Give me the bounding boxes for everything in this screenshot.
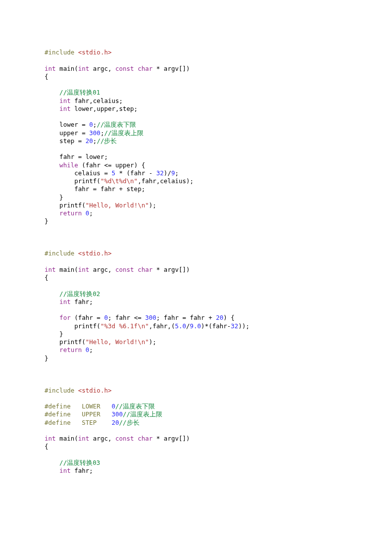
code-token: argc, [89, 65, 115, 72]
code-line: #include <stdio.h> [45, 250, 347, 257]
code-token: char [138, 435, 152, 442]
code-token: } [45, 194, 63, 201]
code-token: ; [89, 346, 93, 353]
code-token: #define STEP [45, 419, 111, 426]
code-line: int fahr; [45, 298, 347, 306]
code-token: ); [149, 338, 156, 346]
code-token: main( [56, 435, 78, 442]
code-token: ); [149, 202, 156, 209]
code-token: //温度表下限 [115, 403, 155, 410]
code-line [45, 258, 347, 266]
code-token: 300 [145, 314, 156, 321]
code-token: "Hello, World!\n" [86, 338, 149, 346]
code-line: } [45, 194, 347, 202]
code-line: fahr = fahr + step; [45, 185, 347, 193]
code-token: int [59, 105, 71, 112]
code-token: #include [45, 250, 78, 257]
code-token: int [78, 65, 90, 72]
code-token: const [115, 266, 134, 273]
code-token: //温度表上限 [104, 129, 144, 137]
code-token: int [59, 467, 71, 474]
code-token [45, 105, 59, 112]
code-token [45, 161, 59, 169]
code-token: "%3d %6.1f\n" [100, 322, 149, 330]
code-line: #define UPPER 300//温度表上限 [45, 410, 347, 418]
code-token: * argv[]) [152, 435, 190, 442]
code-token: argc, [89, 435, 115, 442]
code-token: #include [45, 49, 78, 56]
code-token: ,fahr,( [149, 322, 175, 330]
code-token: } [45, 217, 49, 225]
code-token [45, 290, 59, 298]
code-token [82, 346, 86, 353]
code-line [45, 81, 347, 89]
code-token: fahr; [71, 298, 93, 305]
code-token: step = [45, 137, 86, 145]
code-document: #include <stdio.h> int main(int argc, co… [0, 0, 392, 475]
code-token: celaius = [45, 169, 111, 177]
code-token: { [45, 274, 49, 281]
code-line [45, 113, 347, 121]
code-token: char [138, 266, 152, 273]
code-token: 0 [89, 121, 93, 128]
code-line [45, 56, 347, 64]
code-token: * argv[]) [152, 65, 190, 72]
code-line: #define LOWER 0//温度表下限 [45, 403, 347, 410]
code-line [45, 427, 347, 435]
code-token: //步长 [97, 137, 117, 145]
code-token: (fahr <= upper) { [78, 161, 145, 169]
code-token: printf( [45, 338, 86, 346]
code-token: //温度转换03 [59, 459, 100, 466]
code-line [45, 378, 347, 386]
code-token: 9.0 [190, 322, 201, 330]
code-line: } [45, 330, 347, 338]
code-token: 32 [231, 322, 238, 330]
code-token: printf( [45, 177, 100, 185]
code-token: argc, [89, 266, 115, 273]
code-token: <stdio.h> [78, 49, 112, 56]
code-token [45, 89, 59, 96]
code-token [45, 346, 59, 353]
code-token: //温度转换02 [59, 290, 100, 298]
code-token: (fahr = [71, 314, 104, 321]
code-token [45, 298, 59, 305]
code-token: main( [56, 65, 78, 72]
code-line [45, 362, 347, 370]
code-line: printf("%3d %6.1f\n",fahr,(5.0/9.0)*(fah… [45, 322, 347, 330]
code-token: 300 [89, 129, 100, 137]
code-line [45, 234, 347, 242]
code-token: #define LOWER [45, 403, 111, 410]
code-token: 300 [111, 410, 123, 418]
code-line [45, 282, 347, 290]
code-line: step = 20;//步长 [45, 137, 347, 145]
code-token: int [78, 266, 90, 273]
code-token: fahr = lower; [45, 153, 108, 160]
code-token: 20 [86, 137, 93, 145]
code-token: return [59, 209, 82, 217]
code-line [45, 451, 347, 459]
code-token: )/ [164, 169, 171, 177]
code-line: { [45, 73, 347, 81]
code-token: ; fahr <= [108, 314, 145, 321]
code-line: fahr = lower; [45, 153, 347, 161]
code-line: } [45, 217, 347, 225]
code-token: lower,upper,step; [71, 105, 138, 112]
code-line [45, 226, 347, 234]
code-line: for (fahr = 0; fahr <= 300; fahr = fahr … [45, 314, 347, 322]
code-token: const [115, 65, 134, 72]
code-line: printf("Hello, World!\n"); [45, 338, 347, 346]
code-token: int [78, 435, 90, 442]
code-token: printf( [45, 322, 100, 330]
code-line: int main(int argc, const char * argv[]) [45, 266, 347, 274]
code-token: fahr; [71, 467, 93, 474]
code-line: int fahr; [45, 467, 347, 475]
code-token: fahr,celaius; [71, 97, 123, 104]
code-token: "%d\t%d\n" [100, 177, 138, 185]
code-token: <stdio.h> [78, 387, 112, 394]
code-token: //温度表下限 [97, 121, 136, 128]
code-token: lower = [45, 121, 89, 128]
code-line: upper = 300;//温度表上限 [45, 129, 347, 137]
code-token: 0 [111, 403, 115, 410]
code-token: ) { [223, 314, 235, 321]
code-line [45, 395, 347, 403]
